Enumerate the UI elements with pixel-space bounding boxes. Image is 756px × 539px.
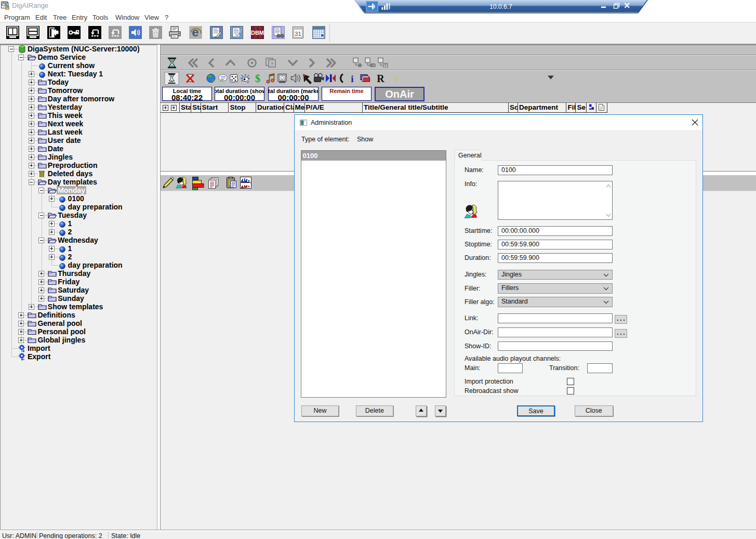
svg-text:R: R — [377, 73, 384, 84]
svg-text:10.0.6.7: 10.0.6.7 — [489, 3, 512, 10]
svg-text:i: i — [351, 73, 353, 84]
svg-text:DBM: DBM — [251, 30, 264, 36]
svg-text:?: ? — [271, 61, 274, 67]
svg-text:i: i — [396, 74, 399, 84]
svg-text:$: $ — [255, 73, 260, 84]
svg-text:31: 31 — [295, 31, 301, 37]
